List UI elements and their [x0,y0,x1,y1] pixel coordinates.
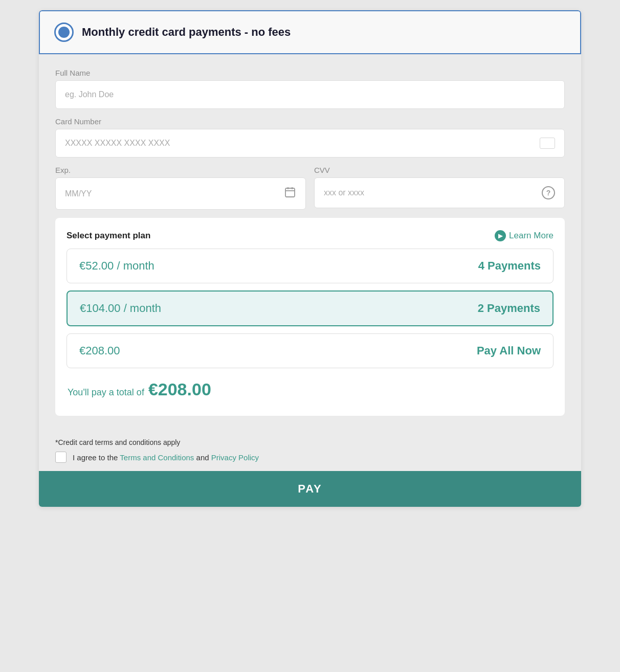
terms-conditions-link[interactable]: Terms and Conditions [120,453,194,462]
cvv-input-wrapper[interactable]: ? [314,177,565,208]
full-name-input-wrapper[interactable] [55,80,565,109]
plan-header: Select payment plan ▶ Learn More [67,230,553,241]
pay-button[interactable]: PAY [39,471,581,507]
terms-note: *Credit card terms and conditions apply [55,438,565,446]
full-name-label: Full Name [55,69,565,77]
learn-more-link[interactable]: ▶ Learn More [495,230,553,241]
learn-more-text: Learn More [509,231,553,241]
card-number-group: Card Number [55,117,565,158]
payment-header: Monthly credit card payments - no fees [39,10,581,54]
radio-button-icon[interactable] [54,23,74,42]
card-number-input-wrapper[interactable] [55,129,565,158]
terms-agreement-text: I agree to the Terms and Conditions and … [73,453,259,462]
total-amount: €208.00 [148,379,211,399]
total-label: You'll pay a total of [68,387,144,398]
cvv-input[interactable] [324,188,542,197]
cvv-label: CVV [314,166,565,174]
learn-more-arrow-icon: ▶ [495,230,506,241]
radio-inner-dot [58,27,70,38]
plan-option-1-amount: €52.00 / month [79,259,154,273]
expiry-input[interactable] [65,189,284,198]
form-section: Full Name Card Number Exp. [39,54,581,430]
plan-option-1-payments: 4 Payments [478,259,541,273]
terms-checkbox[interactable] [55,452,67,463]
card-number-input[interactable] [65,139,540,148]
total-row: You'll pay a total of €208.00 [67,375,553,404]
and-text: and [194,453,211,462]
calendar-icon [284,186,296,201]
plan-option-2-payments[interactable]: €104.00 / month 2 Payments [67,290,553,326]
cvv-help-icon[interactable]: ? [542,186,555,199]
svg-rect-0 [285,188,295,197]
exp-cvv-row: Exp. CVV ? [55,166,565,210]
plan-option-2-payments: 2 Payments [478,302,540,315]
header-title: Monthly credit card payments - no fees [82,26,291,39]
card-icon [540,138,555,149]
cvv-group: CVV ? [314,166,565,210]
payment-form-container: Monthly credit card payments - no fees F… [39,10,581,507]
terms-checkbox-row: I agree to the Terms and Conditions and … [55,452,565,463]
agree-prefix: I agree to the [73,453,120,462]
expiry-group: Exp. [55,166,306,210]
payment-plan-section: Select payment plan ▶ Learn More €52.00 … [55,218,565,416]
plan-option-3-payments: Pay All Now [477,344,541,357]
plan-option-pay-all[interactable]: €208.00 Pay All Now [67,333,553,368]
terms-section: *Credit card terms and conditions apply … [39,430,581,471]
plan-option-4-payments[interactable]: €52.00 / month 4 Payments [67,249,553,283]
plan-option-2-amount: €104.00 / month [80,302,161,315]
full-name-group: Full Name [55,69,565,109]
card-number-label: Card Number [55,117,565,126]
plan-option-3-amount: €208.00 [79,344,120,357]
expiry-label: Exp. [55,166,306,174]
expiry-input-wrapper[interactable] [55,177,306,210]
full-name-input[interactable] [65,90,555,99]
privacy-policy-link[interactable]: Privacy Policy [211,453,259,462]
plan-section-title: Select payment plan [67,231,150,241]
